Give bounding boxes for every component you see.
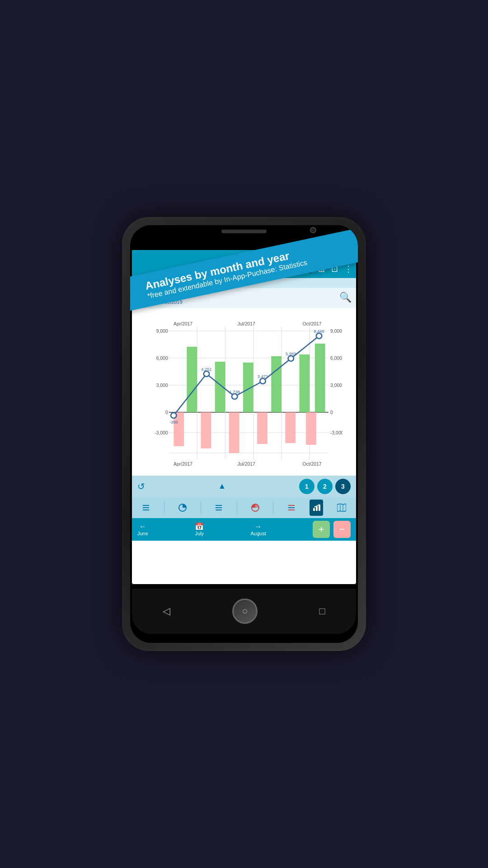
add-button[interactable]: +: [313, 521, 330, 538]
speaker: [221, 230, 267, 233]
screen: 9:41 PM 🔍 ⊞ ⊡ ⋮ Checking Account 07/2017…: [132, 250, 356, 584]
svg-marker-65: [337, 504, 346, 512]
nav-bar: ← June 📅 July → August + −: [132, 518, 356, 541]
prev-arrow-icon: ←: [139, 523, 146, 531]
svg-text:Oct/2017: Oct/2017: [302, 321, 321, 326]
svg-text:8,446: 8,446: [314, 329, 324, 334]
svg-text:0: 0: [165, 410, 168, 415]
chart-subtitle: Apr/2017 - Dec/2019: [136, 299, 196, 305]
page-btn-1[interactable]: 1: [299, 479, 314, 494]
svg-rect-30: [271, 356, 282, 412]
page-btn-2[interactable]: 2: [317, 479, 333, 494]
svg-text:5,959: 5,959: [286, 352, 296, 356]
tab-chart[interactable]: [310, 500, 323, 516]
svg-rect-37: [285, 412, 296, 443]
svg-text:-3,000: -3,000: [330, 430, 343, 435]
camera: [310, 227, 316, 233]
tab-divider-3: [237, 501, 237, 514]
phone-inner: 9:41 PM 🔍 ⊞ ⊡ ⋮ Checking Account 07/2017…: [130, 225, 358, 643]
svg-point-42: [260, 378, 265, 384]
tab-divider-2: [201, 501, 201, 514]
svg-rect-31: [299, 354, 310, 412]
menu-icon[interactable]: ⋮: [344, 264, 352, 274]
chart-title-block: Income/Expenditures Apr/2017 - Dec/2019: [136, 292, 196, 305]
svg-text:Apr/2017: Apr/2017: [174, 321, 192, 326]
prev-month-label: June: [137, 531, 148, 536]
square-icon[interactable]: ⊡: [331, 264, 338, 274]
tab-divider-4: [273, 501, 273, 514]
chart-header: Income/Expenditures Apr/2017 - Dec/2019 …: [136, 292, 352, 305]
svg-text:Jul/2017: Jul/2017: [238, 462, 256, 467]
reset-button[interactable]: ↺: [137, 481, 145, 492]
phone-nav-bar: ◁ ○ □: [132, 589, 356, 634]
add-icon: +: [319, 524, 324, 535]
tab-list[interactable]: [139, 500, 153, 516]
page-btn-3[interactable]: 3: [335, 479, 351, 494]
next-month-button[interactable]: → August: [250, 523, 266, 536]
zoom-icon[interactable]: 🔍: [339, 292, 352, 303]
remove-icon: −: [339, 524, 345, 535]
current-month-display[interactable]: 📅 July: [195, 522, 204, 536]
tab-list2[interactable]: [212, 500, 225, 516]
svg-rect-64: [319, 505, 320, 511]
account-title: Checking Account 07/2017: [136, 280, 205, 286]
account-header: Checking Account 07/2017: [132, 278, 356, 288]
action-buttons: + −: [313, 521, 351, 538]
remove-button[interactable]: −: [333, 521, 351, 538]
tab-pie[interactable]: [176, 500, 189, 516]
svg-text:4,251: 4,251: [201, 367, 211, 372]
svg-text:Jul/2017: Jul/2017: [238, 321, 256, 326]
home-button[interactable]: ○: [232, 599, 258, 624]
svg-text:9,000: 9,000: [156, 329, 168, 334]
svg-point-40: [204, 371, 209, 377]
svg-rect-34: [201, 412, 211, 448]
svg-point-44: [316, 333, 322, 339]
next-month-label: August: [250, 531, 266, 536]
chevron-up-button[interactable]: ▲: [218, 481, 226, 491]
svg-rect-35: [229, 412, 239, 453]
current-month-label: July: [195, 531, 204, 536]
svg-text:6,000: 6,000: [156, 356, 168, 361]
recent-button[interactable]: □: [319, 605, 325, 617]
svg-rect-63: [316, 506, 318, 511]
svg-point-41: [232, 394, 237, 399]
chart-title: Income/Expenditures: [136, 292, 196, 299]
prev-month-button[interactable]: ← June: [137, 523, 148, 536]
tabs-row: [132, 497, 356, 518]
status-bar: 9:41 PM: [132, 250, 356, 260]
tab-map[interactable]: [334, 500, 349, 516]
tab-list3[interactable]: [285, 500, 298, 516]
back-button[interactable]: ◁: [163, 605, 170, 617]
time: 9:41 PM: [333, 252, 352, 258]
svg-rect-62: [313, 508, 315, 511]
expand-icon[interactable]: ⊞: [318, 264, 325, 274]
svg-text:-3,000: -3,000: [155, 430, 168, 435]
svg-text:Oct/2017: Oct/2017: [302, 462, 321, 467]
svg-rect-27: [187, 347, 197, 412]
svg-text:-350: -350: [169, 420, 178, 425]
tab-divider-1: [164, 501, 164, 514]
svg-text:3,473: 3,473: [258, 374, 268, 379]
svg-text:9,000: 9,000: [330, 329, 342, 334]
phone-device: 9:41 PM 🔍 ⊞ ⊡ ⋮ Checking Account 07/2017…: [122, 217, 366, 651]
chart-svg: 9,000 6,000 3,000 0 -3,000 9,000 6,000 3…: [145, 308, 343, 476]
next-arrow-icon: →: [255, 523, 262, 531]
svg-point-39: [171, 413, 176, 418]
svg-point-43: [288, 356, 294, 361]
svg-text:Apr/2017: Apr/2017: [174, 462, 192, 467]
tab-pie2[interactable]: [249, 500, 262, 516]
page-buttons: 1 2 3: [299, 479, 351, 494]
svg-text:3,000: 3,000: [156, 383, 168, 388]
svg-rect-32: [315, 344, 325, 412]
home-icon: ○: [242, 605, 248, 617]
chart-area: 9,000 6,000 3,000 0 -3,000 9,000 6,000 3…: [132, 308, 356, 476]
svg-text:0: 0: [330, 410, 333, 415]
toolbar: 🔍 ⊞ ⊡ ⋮: [132, 260, 356, 278]
svg-rect-38: [306, 412, 316, 445]
svg-rect-36: [257, 412, 267, 444]
svg-text:3,000: 3,000: [330, 383, 342, 388]
controls-row: ↺ ▲ 1 2 3: [132, 476, 356, 497]
search-icon[interactable]: 🔍: [302, 264, 312, 274]
svg-text:6,000: 6,000: [330, 356, 342, 361]
chart-container: Income/Expenditures Apr/2017 - Dec/2019 …: [132, 288, 356, 308]
